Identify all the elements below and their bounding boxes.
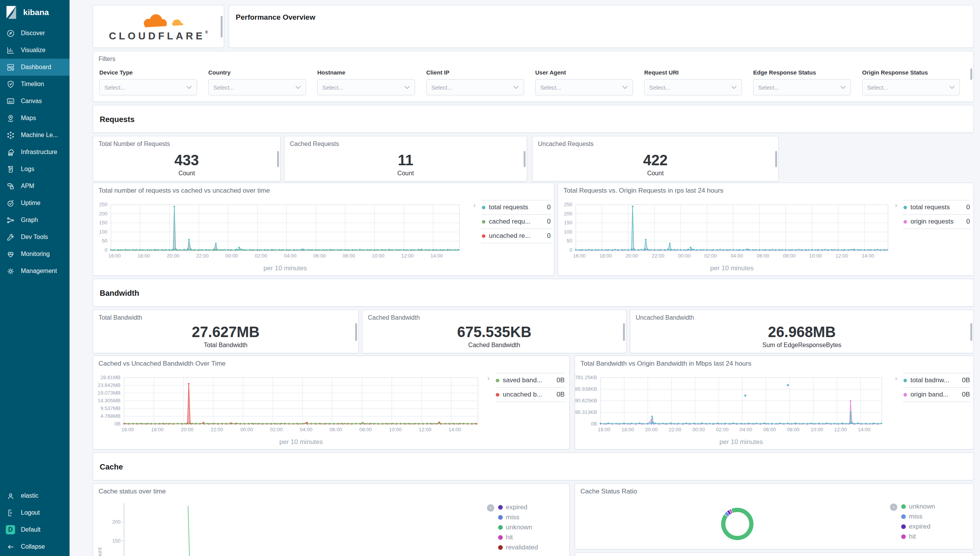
svg-text:20:00: 20:00 — [181, 427, 194, 432]
sidebar-item-timelion[interactable]: Timelion — [0, 76, 70, 93]
svg-text:9.537MB: 9.537MB — [100, 405, 121, 411]
request-uri-select[interactable]: Select... — [644, 79, 742, 95]
legend-item-uncached-b[interactable]: uncached b...0B — [495, 387, 565, 402]
svg-text:20:00: 20:00 — [626, 253, 638, 259]
filter-device-type: Device Type Select... — [99, 69, 197, 95]
legend-item-origin-requests[interactable]: origin requests0 — [903, 214, 971, 229]
legend-item-hit[interactable]: hit — [497, 532, 565, 542]
legend-collapse-icon[interactable]: › — [473, 202, 476, 209]
dashboard-icon — [6, 63, 15, 72]
sidebar-item-visualize[interactable]: Visualize — [0, 42, 70, 59]
svg-text:250: 250 — [99, 202, 107, 207]
filter-edge-response-status: Edge Response Status Select... — [753, 69, 851, 95]
legend-item-miss[interactable]: miss — [900, 512, 967, 522]
legend-item-saved-band[interactable]: saved band...0B — [495, 373, 565, 387]
origin-response-status-select[interactable]: Select... — [862, 79, 960, 95]
legend-label: origin requests — [910, 218, 954, 225]
user-agent-select[interactable]: Select... — [535, 79, 633, 95]
svg-text:0B: 0B — [114, 421, 121, 427]
legend-collapse-icon[interactable]: › — [487, 375, 490, 382]
chart-legend: ›unknownmissexpiredhit — [900, 502, 967, 542]
edge-response-status-select[interactable]: Select... — [753, 79, 851, 95]
panel-scrollbar[interactable] — [524, 151, 526, 167]
sidebar-item-machine-learning[interactable]: Machine Le... — [0, 127, 70, 144]
legend-item-total-badnw[interactable]: total badnw...0B — [903, 373, 971, 387]
legend-item-uncached-re[interactable]: uncached re...0 — [481, 229, 551, 243]
chevron-down-icon — [840, 84, 846, 89]
sidebar-item-apm[interactable]: APM — [0, 178, 70, 195]
sidebar-item-space-default[interactable]: D Default — [0, 521, 70, 538]
country-select[interactable]: Select... — [208, 79, 306, 95]
panel-scrollbar[interactable] — [970, 323, 972, 341]
sidebar-item-discover[interactable]: Discover — [0, 25, 70, 42]
svg-text:08:00: 08:00 — [342, 253, 355, 259]
device-type-select[interactable]: Select... — [99, 79, 197, 95]
chevron-down-icon — [296, 84, 301, 89]
panel-scrollbar[interactable] — [277, 151, 279, 167]
legend-item-unknown[interactable]: unknown — [900, 502, 967, 512]
legend-item-hit[interactable]: hit — [900, 532, 967, 542]
svg-text:00:00: 00:00 — [240, 427, 253, 432]
svg-text:18:00: 18:00 — [621, 427, 634, 432]
svg-text:06:00: 06:00 — [763, 427, 776, 432]
legend-item-miss[interactable]: miss — [497, 512, 565, 522]
sidebar-item-collapse[interactable]: Collapse — [0, 538, 70, 555]
panel-scrollbar[interactable] — [221, 16, 223, 37]
cache-status-donut[interactable] — [721, 508, 754, 540]
legend-label: miss — [909, 513, 922, 520]
sidebar-item-monitoring[interactable]: Monitoring — [0, 246, 70, 263]
panel-scrollbar[interactable] — [623, 323, 625, 341]
sidebar-item-logout[interactable]: Logout — [0, 504, 70, 521]
legend-item-expired[interactable]: expired — [497, 502, 565, 512]
legend-label: expired — [506, 503, 527, 511]
legend-item-expired[interactable]: expired — [900, 522, 967, 532]
sidebar-item-uptime[interactable]: Uptime — [0, 195, 70, 212]
legend-value: 0 — [547, 218, 551, 225]
user-icon — [6, 491, 15, 500]
svg-text:19.073MB: 19.073MB — [98, 390, 121, 396]
legend-dot-icon — [482, 206, 485, 209]
legend-item-revalidated[interactable]: revalidated — [497, 542, 565, 553]
kibana-logo[interactable]: kibana — [0, 0, 70, 25]
sidebar-item-dev-tools[interactable]: Dev Tools — [0, 229, 70, 246]
filters-title: Filters — [93, 51, 973, 63]
sidebar-item-dashboard[interactable]: Dashboard — [0, 59, 70, 76]
metric-value: 422 — [533, 152, 778, 169]
legend-dot-icon — [498, 545, 503, 550]
sidebar-item-logs[interactable]: Logs — [0, 161, 70, 178]
svg-text:390.625KB: 390.625KB — [575, 398, 597, 403]
legend-item-cached-requ[interactable]: cached requ...0 — [481, 214, 551, 229]
legend-collapse-icon[interactable]: › — [890, 503, 897, 511]
sidebar-item-canvas[interactable]: Canvas — [0, 93, 70, 110]
legend-item-unknown[interactable]: unknown — [497, 522, 565, 532]
legend-dot-icon — [496, 379, 499, 382]
legend-collapse-icon[interactable]: › — [895, 202, 897, 209]
donut-hole — [725, 512, 749, 536]
legend-item-total-requests[interactable]: total requests0 — [481, 200, 551, 214]
panel-scrollbar[interactable] — [970, 68, 972, 80]
panel-scrollbar[interactable] — [775, 151, 777, 167]
sidebar-item-user-elastic[interactable]: elastic — [0, 487, 70, 504]
sidebar-item-management[interactable]: Management — [0, 263, 70, 280]
sidebar-item-maps[interactable]: Maps — [0, 110, 70, 127]
svg-text:150: 150 — [112, 538, 121, 544]
legend-collapse-icon[interactable]: › — [895, 375, 897, 382]
client-ip-select[interactable]: Select... — [426, 79, 524, 95]
requests-vs-origin-chart-panel: Total Requests vs. Origin Requests in rp… — [558, 183, 974, 276]
requests-over-time-chart-panel: Total number of requests vs cached vs un… — [93, 183, 554, 276]
legend-collapse-icon[interactable]: › — [487, 504, 494, 512]
requests-section-title: Requests — [93, 105, 973, 124]
svg-text:20:00: 20:00 — [645, 427, 658, 432]
metric-unit: Count — [284, 170, 527, 177]
sidebar-item-graph[interactable]: Graph — [0, 212, 70, 229]
panel-scrollbar[interactable] — [355, 323, 357, 341]
sidebar-item-infrastructure[interactable]: Infrastructure — [0, 144, 70, 161]
legend-item-origin-band[interactable]: origin band...0B — [903, 387, 971, 402]
logout-icon — [6, 508, 15, 517]
svg-text:22:00: 22:00 — [211, 427, 223, 432]
apm-icon — [6, 181, 15, 191]
hostname-select[interactable]: Select... — [317, 79, 415, 95]
legend-item-total-requests[interactable]: total requests0 — [903, 200, 971, 214]
cache-status-over-time-chart-panel: Cache status over time 15020016:0018:002… — [93, 483, 570, 556]
legend-dot-icon — [498, 535, 503, 540]
